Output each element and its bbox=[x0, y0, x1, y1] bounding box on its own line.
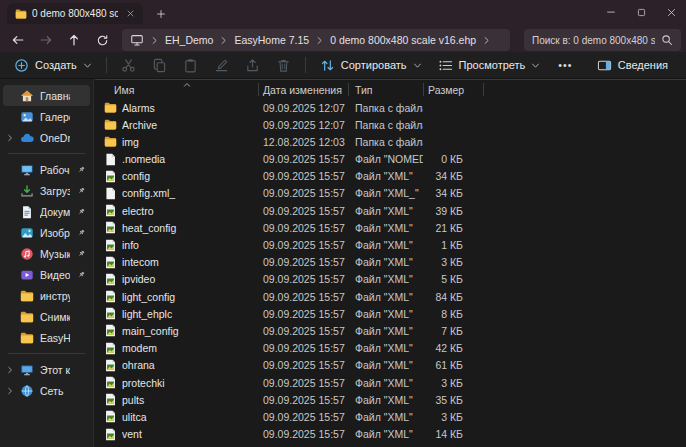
file-row[interactable]: info 09.09.2025 15:57 Файл "XML" 1 КБ bbox=[95, 237, 686, 254]
search-icon[interactable] bbox=[661, 34, 673, 46]
delete-button[interactable] bbox=[268, 54, 299, 77]
chevron-right-icon[interactable] bbox=[6, 366, 14, 374]
copy-button[interactable] bbox=[144, 54, 175, 77]
column-divider[interactable] bbox=[423, 83, 424, 96]
minimize-button[interactable] bbox=[596, 0, 626, 24]
sidebar-item[interactable]: EasyHome 7.15 bbox=[3, 327, 90, 348]
pin-icon bbox=[76, 228, 86, 238]
explorer-tab[interactable]: 0 demo 800x480 scale v16.ehp bbox=[7, 3, 143, 24]
breadcrumb-item[interactable]: EH_Demo bbox=[165, 34, 213, 46]
file-row[interactable]: ipvideo 09.09.2025 15:57 Файл "XML" 5 КБ bbox=[95, 271, 686, 288]
folder-icon bbox=[104, 101, 117, 114]
documents-icon bbox=[20, 205, 34, 219]
sidebar-item[interactable]: Главная bbox=[3, 85, 90, 106]
breadcrumb[interactable]: EH_DemoEasyHome 7.150 demo 800x480 scale… bbox=[122, 29, 510, 51]
column-header-date[interactable]: Дата изменения bbox=[263, 84, 342, 96]
search-box[interactable]: Поиск в: 0 demo 800x480 scale … bbox=[524, 29, 681, 51]
share-icon bbox=[245, 58, 260, 73]
sidebar-item[interactable]: Снимки экрана bbox=[3, 306, 90, 327]
up-button[interactable] bbox=[62, 28, 86, 52]
column-header-size[interactable]: Размер bbox=[428, 84, 464, 96]
folder-icon bbox=[20, 310, 34, 324]
pin-icon bbox=[76, 270, 86, 280]
search-input[interactable]: Поиск в: 0 demo 800x480 scale … bbox=[532, 35, 655, 46]
file-row[interactable]: protechki 09.09.2025 15:57 Файл "XML" 3 … bbox=[95, 374, 686, 391]
file-row[interactable]: ohrana 09.09.2025 15:57 Файл "XML" 61 КБ bbox=[95, 357, 686, 374]
share-button[interactable] bbox=[237, 54, 268, 77]
sidebar-item[interactable]: Видео bbox=[3, 264, 90, 285]
file-row[interactable]: config.xml_ 09.09.2025 15:57 Файл "XML_"… bbox=[95, 185, 686, 202]
column-divider[interactable] bbox=[258, 83, 259, 96]
file-row[interactable]: electro 09.09.2025 15:57 Файл "XML" 39 К… bbox=[95, 202, 686, 219]
file-row[interactable]: modem 09.09.2025 15:57 Файл "XML" 42 КБ bbox=[95, 340, 686, 357]
file-row[interactable]: main_config 09.09.2025 15:57 Файл "XML" … bbox=[95, 322, 686, 339]
file-list: Alarms 09.09.2025 12:07 Папка с файлами … bbox=[95, 99, 686, 443]
file-name: modem bbox=[122, 342, 257, 354]
maximize-button[interactable] bbox=[626, 0, 656, 24]
back-button[interactable] bbox=[6, 28, 30, 52]
sort-button[interactable]: Сортировать bbox=[312, 54, 430, 77]
sidebar-item[interactable]: Сеть bbox=[3, 380, 90, 401]
create-button[interactable]: Создать bbox=[6, 54, 100, 77]
chevron-down-icon bbox=[413, 61, 422, 70]
file-row[interactable]: light_ehplc 09.09.2025 15:57 Файл "XML" … bbox=[95, 305, 686, 322]
plus-icon bbox=[156, 9, 166, 19]
sidebar-item-label: Этот компьютер bbox=[40, 364, 70, 376]
details-pane-button[interactable]: Сведения bbox=[589, 54, 676, 77]
file-row[interactable]: pults 09.09.2025 15:57 Файл "XML" 35 КБ bbox=[95, 391, 686, 408]
sidebar-item[interactable]: инструкции bbox=[3, 285, 90, 306]
cut-button[interactable] bbox=[113, 54, 144, 77]
sidebar-item[interactable]: Рабочий стол bbox=[3, 159, 90, 180]
refresh-button[interactable] bbox=[90, 28, 114, 52]
file-row[interactable]: ulitca 09.09.2025 15:57 Файл "XML" 3 КБ bbox=[95, 408, 686, 425]
sidebar-item[interactable]: Галерея bbox=[3, 106, 90, 127]
chevron-right-icon bbox=[219, 36, 228, 45]
sidebar-item[interactable]: Загрузки bbox=[3, 180, 90, 201]
more-options-button[interactable]: ••• bbox=[548, 55, 582, 75]
sidebar-item[interactable]: Изображения bbox=[3, 222, 90, 243]
close-button[interactable] bbox=[656, 0, 686, 24]
close-tab-button[interactable] bbox=[123, 7, 137, 21]
sidebar-item[interactable]: OneDrive bbox=[3, 127, 90, 148]
sidebar: Главная Галерея OneDrive Рабочий стол За… bbox=[0, 79, 94, 447]
file-row[interactable]: light_config 09.09.2025 15:57 Файл "XML"… bbox=[95, 288, 686, 305]
column-header-type[interactable]: Тип bbox=[355, 84, 373, 96]
sidebar-item-label: Рабочий стол bbox=[40, 164, 70, 176]
details-pane-icon bbox=[597, 58, 612, 73]
column-divider[interactable] bbox=[483, 83, 484, 96]
file-date-modified: 09.09.2025 15:57 bbox=[263, 222, 353, 234]
view-button[interactable]: Просмотреть bbox=[430, 54, 549, 77]
file-size: 14 КБ bbox=[398, 428, 463, 440]
file-name: Archive bbox=[122, 119, 257, 131]
sidebar-item[interactable]: Музыка bbox=[3, 243, 90, 264]
file-size: 3 КБ bbox=[398, 256, 463, 268]
file-row[interactable]: .nomedia 09.09.2025 15:57 Файл "NOMEDIA"… bbox=[95, 151, 686, 168]
breadcrumb-item[interactable]: EasyHome 7.15 bbox=[234, 34, 309, 46]
tab-title: 0 demo 800x480 scale v16.ehp bbox=[32, 8, 118, 19]
file-row[interactable]: intecom 09.09.2025 15:57 Файл "XML" 3 КБ bbox=[95, 254, 686, 271]
file-row[interactable]: Archive 09.09.2025 12:07 Папка с файлами bbox=[95, 116, 686, 133]
forward-button[interactable] bbox=[34, 28, 58, 52]
chevron-right-icon[interactable] bbox=[6, 134, 14, 142]
file-type: Папка с файлами bbox=[355, 119, 423, 131]
rename-button[interactable] bbox=[206, 54, 237, 77]
file-size: 34 КБ bbox=[398, 187, 463, 199]
file-size: 7 КБ bbox=[398, 325, 463, 337]
sidebar-item[interactable]: Этот компьютер bbox=[3, 359, 90, 380]
paste-button[interactable] bbox=[175, 54, 206, 77]
folder-icon bbox=[20, 289, 34, 303]
column-divider[interactable] bbox=[348, 83, 349, 96]
file-row[interactable]: vent 09.09.2025 15:57 Файл "XML" 14 КБ bbox=[95, 426, 686, 443]
file-row[interactable]: img 12.08.2025 12:03 Папка с файлами bbox=[95, 133, 686, 150]
scissors-icon bbox=[121, 58, 136, 73]
chevron-right-icon[interactable] bbox=[6, 387, 14, 395]
sidebar-item[interactable]: Документы bbox=[3, 201, 90, 222]
xml-icon bbox=[104, 239, 117, 252]
file-row[interactable]: Alarms 09.09.2025 12:07 Папка с файлами bbox=[95, 99, 686, 116]
file-type: Папка с файлами bbox=[355, 102, 423, 114]
new-tab-button[interactable] bbox=[152, 5, 170, 23]
file-row[interactable]: config 09.09.2025 15:57 Файл "XML" 34 КБ bbox=[95, 168, 686, 185]
file-row[interactable]: heat_config 09.09.2025 15:57 Файл "XML" … bbox=[95, 219, 686, 236]
breadcrumb-item[interactable]: 0 demo 800x480 scale v16.ehp bbox=[330, 34, 476, 46]
column-header-name[interactable]: Имя bbox=[114, 84, 134, 96]
